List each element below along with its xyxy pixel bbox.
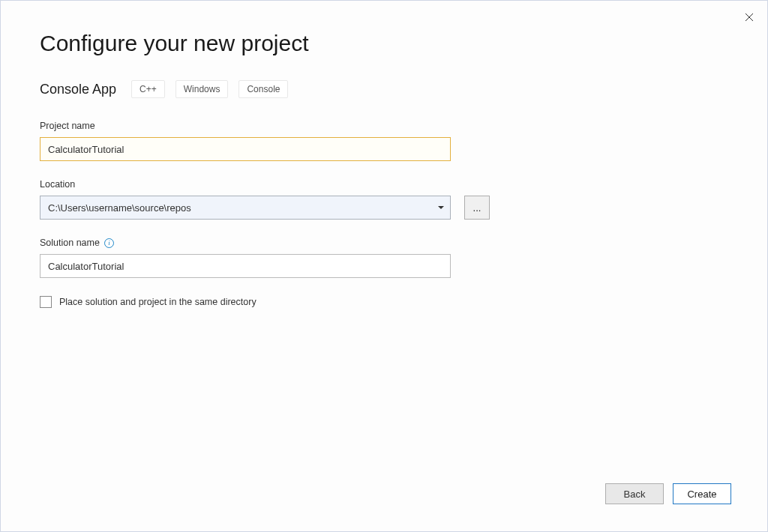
browse-button[interactable]: ... bbox=[464, 196, 490, 220]
info-icon[interactable]: i bbox=[104, 238, 114, 248]
tag-cpp: C++ bbox=[131, 80, 165, 98]
tag-console: Console bbox=[238, 80, 288, 98]
page-title: Configure your new project bbox=[40, 31, 728, 56]
location-value: C:\Users\username\source\repos bbox=[48, 202, 191, 214]
solution-name-input[interactable] bbox=[40, 254, 451, 278]
same-directory-checkbox[interactable] bbox=[40, 296, 52, 308]
tag-windows: Windows bbox=[176, 80, 229, 98]
template-header: Console App C++ Windows Console bbox=[40, 80, 728, 98]
chevron-down-icon bbox=[438, 206, 444, 209]
close-icon[interactable] bbox=[740, 8, 758, 26]
same-directory-label: Place solution and project in the same d… bbox=[59, 297, 256, 307]
create-button[interactable]: Create bbox=[673, 483, 731, 504]
location-dropdown[interactable]: C:\Users\username\source\repos bbox=[40, 196, 451, 220]
project-name-input[interactable] bbox=[40, 137, 451, 161]
location-label: Location bbox=[40, 179, 728, 190]
project-name-label: Project name bbox=[40, 121, 728, 131]
back-button[interactable]: Back bbox=[605, 483, 664, 504]
solution-name-label: Solution name bbox=[40, 238, 100, 248]
template-name: Console App bbox=[40, 82, 116, 97]
